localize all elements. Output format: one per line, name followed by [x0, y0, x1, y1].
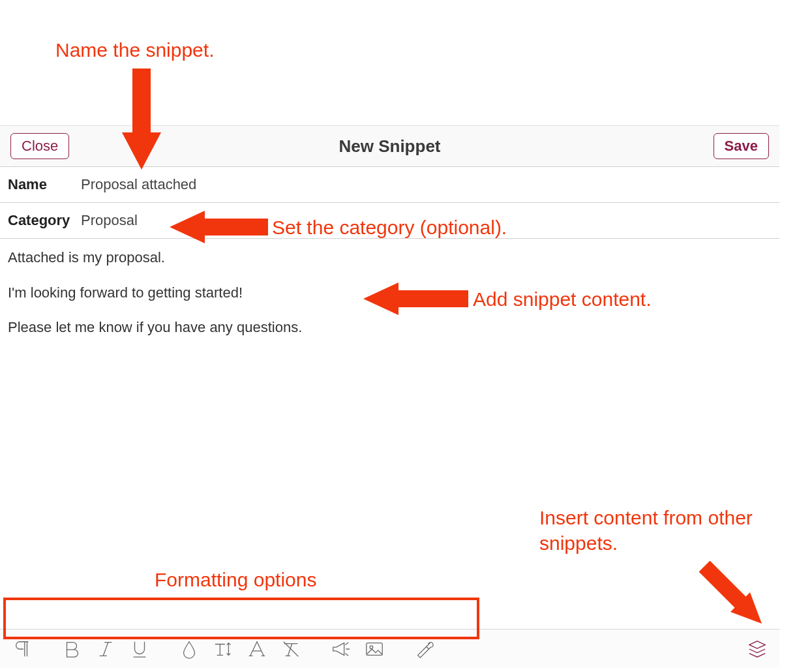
toolbar-right-group — [740, 633, 774, 665]
annotation-name-snippet: Name the snippet. — [55, 39, 214, 61]
annotation-formatting-options: Formatting options — [155, 569, 316, 591]
snippet-editor: Close New Snippet Save Name Category Att… — [0, 125, 779, 552]
header-bar: Close New Snippet Save — [0, 125, 779, 167]
toolbar-left-group — [5, 633, 441, 665]
arrow-down-right-icon — [699, 561, 771, 633]
megaphone-icon[interactable] — [323, 633, 357, 665]
underline-icon[interactable] — [123, 633, 157, 665]
category-input[interactable] — [81, 212, 772, 229]
name-input[interactable] — [81, 176, 772, 193]
category-label: Category — [8, 212, 81, 229]
tools-icon[interactable] — [407, 633, 441, 665]
content-line: I'm looking forward to getting started! — [8, 283, 772, 303]
content-line: Attached is my proposal. — [8, 248, 772, 267]
content-editor[interactable]: Attached is my proposal. I'm looking for… — [0, 239, 779, 552]
svg-rect-0 — [367, 643, 382, 655]
close-button[interactable]: Close — [10, 133, 69, 159]
font-icon[interactable] — [240, 633, 274, 665]
color-icon[interactable] — [172, 633, 206, 665]
paragraph-icon[interactable] — [5, 633, 39, 665]
stack-icon[interactable] — [740, 633, 774, 665]
name-row: Name — [0, 167, 779, 203]
svg-point-1 — [370, 645, 373, 648]
save-button[interactable]: Save — [714, 133, 769, 159]
bold-icon[interactable] — [55, 633, 89, 665]
header-title: New Snippet — [0, 136, 779, 157]
name-label: Name — [8, 176, 81, 193]
italic-icon[interactable] — [89, 633, 123, 665]
format-toolbar — [0, 629, 779, 668]
category-row: Category — [0, 203, 779, 239]
content-line: Please let me know if you have any quest… — [8, 318, 772, 337]
text-size-icon[interactable] — [206, 633, 240, 665]
clear-format-icon[interactable] — [274, 633, 308, 665]
image-icon[interactable] — [357, 633, 391, 665]
